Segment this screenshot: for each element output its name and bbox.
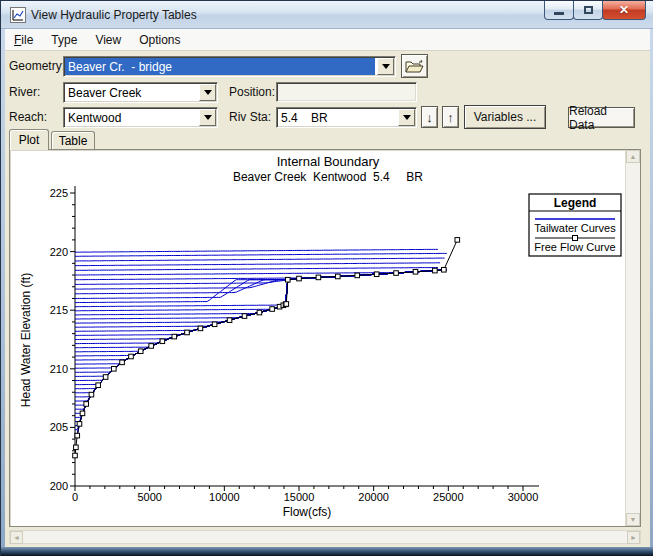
vertical-scrollbar[interactable]: ▲ ▼ [625, 150, 640, 526]
reach-combo[interactable]: Kentwood [63, 107, 218, 128]
down-arrow-icon: ↓ [426, 110, 433, 125]
menu-options[interactable]: Options [130, 30, 189, 50]
up-arrow-icon: ↑ [447, 110, 454, 125]
position-label: Position: [229, 85, 275, 99]
river-combo[interactable]: Beaver Creek [63, 82, 218, 103]
chevron-down-icon [204, 115, 212, 120]
chart-title: Internal Boundary [277, 154, 380, 169]
free-flow-marker [120, 360, 125, 365]
free-flow-marker [212, 322, 217, 327]
y-axis-title: Head Water Elevation (ft) [19, 273, 33, 407]
free-flow-marker [129, 354, 134, 359]
x-axis-title: Flow(cfs) [283, 505, 332, 519]
tailwater-curve [75, 270, 445, 414]
geometry-label: Geometry: [9, 59, 65, 73]
title-bar[interactable]: View Hydraulic Property Tables ✕ [1, 1, 653, 29]
x-tick-label: 0 [72, 491, 78, 503]
river-value: Beaver Creek [65, 84, 197, 101]
y-tick-label: 210 [50, 363, 68, 375]
free-flow-marker [103, 375, 108, 380]
reach-combo-arrow-button[interactable] [199, 109, 216, 126]
x-tick-label: 20000 [358, 491, 389, 503]
free-flow-marker [73, 453, 78, 458]
tailwater-curve [75, 270, 447, 275]
free-flow-marker [84, 402, 89, 407]
free-flow-marker [77, 422, 82, 427]
window-frame-bottom [1, 547, 653, 556]
free-flow-marker [433, 268, 438, 273]
x-tick-label: 10000 [209, 491, 240, 503]
river-combo-arrow-button[interactable] [199, 84, 216, 101]
tailwater-curve [75, 270, 440, 417]
y-tick-label: 225 [50, 187, 68, 199]
free-flow-marker [284, 302, 289, 307]
window-title: View Hydraulic Property Tables [31, 8, 197, 22]
tailwater-curve [75, 270, 440, 401]
free-flow-marker [297, 276, 302, 281]
menu-file[interactable]: File [5, 30, 42, 50]
scroll-left-button[interactable]: ◄ [10, 531, 23, 544]
plot-panel: 0500010000150002000025000300002002052102… [9, 149, 641, 527]
maximize-icon [584, 6, 593, 14]
free-flow-marker [149, 344, 154, 349]
scroll-right-button[interactable]: ► [627, 531, 640, 544]
free-flow-marker [75, 433, 80, 438]
geometry-combo[interactable]: Beaver Cr. - bridge [63, 56, 396, 77]
x-tick-label: 5000 [137, 491, 161, 503]
horizontal-scrollbar[interactable]: ◄ ► [9, 530, 641, 544]
scroll-down-button[interactable]: ▼ [626, 513, 640, 526]
free-flow-marker [74, 445, 79, 450]
legend-entry-freeflow: Free Flow Curve [534, 241, 615, 253]
rivsta-value: 5.4 BR [278, 109, 396, 126]
close-icon: ✕ [619, 3, 629, 17]
tab-plot-label: Plot [19, 133, 40, 147]
caption-buttons: ✕ [545, 1, 646, 20]
geometry-combo-arrow-button[interactable] [377, 58, 394, 75]
tailwater-curve [75, 270, 445, 381]
hydraulic-property-chart: 0500010000150002000025000300002002052102… [10, 150, 624, 525]
free-flow-marker [355, 273, 360, 278]
scroll-up-button[interactable]: ▲ [626, 150, 640, 163]
tab-table[interactable]: Table [51, 131, 95, 150]
legend-entry-tailwater: Tailwater Curves [534, 222, 616, 234]
free-flow-marker [242, 314, 247, 319]
free-flow-marker [285, 277, 290, 282]
window-icon [10, 7, 26, 23]
menu-type[interactable]: Type [42, 30, 86, 50]
open-geometry-file-button[interactable] [401, 54, 428, 78]
chart-subtitle: Beaver Creek Kentwood 5.4 BR [233, 170, 423, 184]
free-flow-marker [270, 307, 275, 312]
reach-value: Kentwood [65, 109, 197, 126]
tailwater-curve [75, 270, 440, 434]
rivsta-up-button[interactable]: ↑ [442, 106, 459, 128]
position-input[interactable] [276, 82, 417, 102]
close-button[interactable]: ✕ [602, 1, 646, 20]
free-flow-marker [160, 339, 165, 344]
menu-view[interactable]: View [86, 30, 130, 50]
minimize-button[interactable] [544, 1, 574, 20]
free-flow-marker [96, 383, 101, 388]
tailwater-curve [75, 270, 445, 315]
free-flow-marker [185, 330, 190, 335]
maximize-button[interactable] [573, 1, 603, 20]
free-flow-marker [227, 318, 232, 323]
tailwater-curve [75, 270, 440, 385]
tailwater-curve [75, 270, 438, 405]
rivsta-down-button[interactable]: ↓ [421, 106, 438, 128]
variables-button[interactable]: Variables ... [464, 105, 546, 129]
geometry-value: Beaver Cr. - bridge [65, 58, 375, 75]
reach-label: Reach: [9, 110, 47, 124]
chevron-down-icon [403, 115, 411, 120]
x-tick-label: 15000 [284, 491, 315, 503]
x-tick-label: 25000 [433, 491, 464, 503]
tailwater-curve [75, 270, 438, 388]
tab-plot[interactable]: Plot [9, 129, 49, 150]
reload-data-button[interactable]: Reload Data [568, 107, 635, 128]
scroll-up-icon: ▲ [630, 153, 637, 160]
free-flow-marker [257, 310, 262, 315]
free-flow-marker [198, 326, 203, 331]
variables-button-label: Variables ... [474, 110, 536, 124]
legend-title: Legend [554, 196, 597, 210]
rivsta-combo[interactable]: 5.4 BR [276, 107, 417, 128]
rivsta-combo-arrow-button[interactable] [398, 109, 415, 126]
